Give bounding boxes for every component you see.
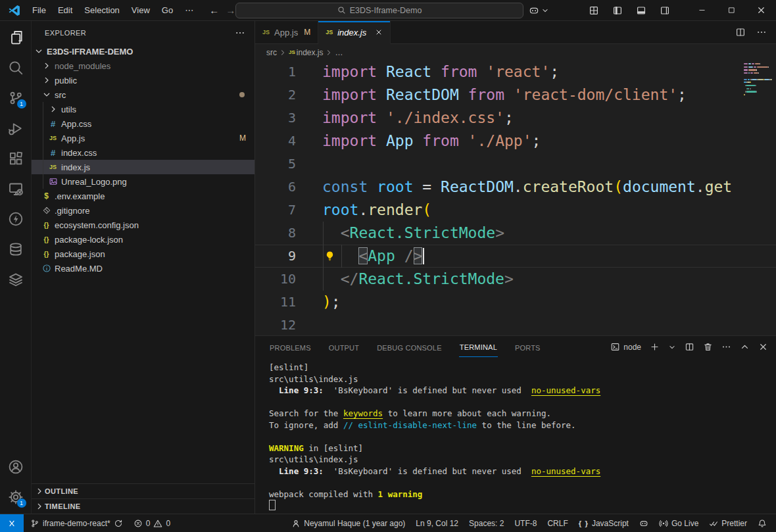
terminal-instance-label[interactable]: node xyxy=(610,342,641,352)
forward-arrow-icon[interactable]: → xyxy=(226,5,235,16)
toggle-secondary-sidebar-button[interactable] xyxy=(660,5,670,16)
panel-more-actions[interactable] xyxy=(721,342,731,352)
command-center-search[interactable]: E3DS-Iframe-Demo xyxy=(235,3,523,18)
toggle-panel-button[interactable] xyxy=(636,5,646,16)
panel-tab-problems[interactable]: PROBLEMS xyxy=(269,337,312,357)
tree-item-ecosystem-config-json[interactable]: {}ecosystem.config.json xyxy=(32,218,255,232)
minimize-button[interactable] xyxy=(687,0,717,21)
tab-index-js[interactable]: JSindex.js xyxy=(318,21,391,44)
code-line-2[interactable]: 2import ReactDOM from 'react-dom/client'… xyxy=(255,84,776,107)
split-editor-button[interactable] xyxy=(735,27,746,37)
code-line-9[interactable]: 9 <App /> xyxy=(255,245,776,268)
menu-item-file[interactable]: File xyxy=(27,3,51,17)
tree-item-app-js[interactable]: JSApp.jsM xyxy=(32,131,255,145)
kill-terminal-button[interactable] xyxy=(703,342,713,352)
split-terminal-button[interactable] xyxy=(685,342,694,352)
status-indentation[interactable]: Spaces: 2 xyxy=(464,514,509,532)
menu-item-selection[interactable]: Selection xyxy=(79,3,124,17)
activity-source-control[interactable]: 1 xyxy=(0,83,32,113)
close-panel-button[interactable] xyxy=(758,342,768,352)
code-line-1[interactable]: 1import React from 'react'; xyxy=(255,60,776,84)
breadcrumb-item[interactable]: … xyxy=(335,48,343,57)
terminal-launch-select[interactable] xyxy=(668,343,676,351)
sidebar-section-timeline[interactable]: TIMELINE xyxy=(32,498,255,514)
status-notifications[interactable] xyxy=(752,514,772,532)
close-window-button[interactable] xyxy=(746,0,776,21)
tab-app-js[interactable]: JSApp.jsM xyxy=(255,21,318,43)
tree-item-readme-md[interactable]: ReadMe.MD xyxy=(32,261,255,276)
status-git-branch[interactable]: iframe-demo-react* xyxy=(25,514,128,532)
code-line-6[interactable]: 6const root = ReactDOM.createRoot(docume… xyxy=(255,176,776,199)
maximize-button[interactable] xyxy=(717,0,746,21)
tree-item-package-json[interactable]: {}package.json xyxy=(32,247,255,261)
terminal-text[interactable]: no-unused-vars xyxy=(531,466,600,476)
breadcrumb-item[interactable]: JSindex.js xyxy=(289,48,323,57)
panel-tab-ports[interactable]: PORTS xyxy=(514,337,541,357)
lightbulb-icon[interactable] xyxy=(324,251,335,262)
breadcrumb-item[interactable]: src xyxy=(266,48,277,57)
activity-settings[interactable]: 1 xyxy=(0,482,32,512)
code-line-7[interactable]: 7root.render( xyxy=(255,199,776,222)
maximize-panel-button[interactable] xyxy=(740,342,750,352)
tree-item-public[interactable]: public xyxy=(32,73,255,87)
status-copilot-status[interactable] xyxy=(634,514,654,532)
activity-layers[interactable] xyxy=(0,264,32,295)
status-problems[interactable]: 00 xyxy=(128,514,176,532)
tree-item-app-css[interactable]: #App.css xyxy=(32,116,255,131)
copilot-menu[interactable] xyxy=(529,5,549,16)
explorer-more-actions[interactable] xyxy=(235,28,245,38)
activity-thunder-client[interactable] xyxy=(0,204,32,234)
tree-item-utils[interactable]: utils xyxy=(32,102,255,116)
menu-item-more[interactable]: ⋯ xyxy=(180,3,199,17)
activity-extensions[interactable] xyxy=(0,143,32,174)
code-editor[interactable]: 1import React from 'react';2import React… xyxy=(255,60,776,335)
panel-tab-output[interactable]: OUTPUT xyxy=(328,337,360,357)
panel-tab-terminal[interactable]: TERMINAL xyxy=(459,337,498,357)
activity-explorer[interactable] xyxy=(0,22,32,53)
terminal-output[interactable]: [eslint]src\utils\index.js Line 9:3: 'Bs… xyxy=(255,358,776,514)
code-line-12[interactable]: 12 xyxy=(255,314,776,335)
back-arrow-icon[interactable]: ← xyxy=(209,5,219,16)
panel-tab-debug-console[interactable]: DEBUG CONSOLE xyxy=(376,337,443,357)
toggle-primary-sidebar-button[interactable] xyxy=(612,5,623,16)
code-line-10[interactable]: 10 </React.StrictMode> xyxy=(255,268,776,291)
code-line-5[interactable]: 5 xyxy=(255,153,776,176)
code-line-3[interactable]: 3import './index.css'; xyxy=(255,107,776,130)
activity-database[interactable] xyxy=(0,234,32,264)
activity-remote-explorer[interactable] xyxy=(0,174,32,204)
code-line-4[interactable]: 4import App from './App'; xyxy=(255,130,776,153)
code-line-8[interactable]: 8 <React.StrictMode> xyxy=(255,222,776,245)
status-prettier[interactable]: Prettier xyxy=(704,514,752,532)
activity-accounts[interactable] xyxy=(0,452,32,482)
minimap[interactable] xyxy=(742,62,774,109)
customize-layout-button[interactable] xyxy=(589,5,599,16)
terminal-text[interactable]: no-unused-vars xyxy=(531,385,600,395)
tree-item-index-js[interactable]: JSindex.js xyxy=(32,160,255,174)
sidebar-section-outline[interactable]: OUTLINE xyxy=(32,483,255,498)
activity-run-debug[interactable] xyxy=(0,113,32,143)
status-encoding[interactable]: UTF-8 xyxy=(509,514,542,532)
status-remote-indicator[interactable] xyxy=(0,514,24,532)
tree-item--gitignore[interactable]: .gitignore xyxy=(32,203,255,218)
terminal-text[interactable]: keywords xyxy=(343,408,383,418)
tree-item-src[interactable]: src xyxy=(32,87,255,102)
code-line-11[interactable]: 11); xyxy=(255,291,776,314)
tree-item-package-lock-json[interactable]: {}package-lock.json xyxy=(32,232,255,247)
status-go-live[interactable]: Go Live xyxy=(654,514,704,532)
menu-item-view[interactable]: View xyxy=(126,3,155,17)
tree-item-index-css[interactable]: #index.css xyxy=(32,145,255,160)
editor-more-actions[interactable] xyxy=(756,27,767,37)
status-language-mode[interactable]: { }JavaScript xyxy=(573,514,634,532)
status-git-blame[interactable]: Neyamul Haque (1 year ago) xyxy=(286,514,410,532)
tree-item--env-example[interactable]: $.env.example xyxy=(32,189,255,203)
tree-item-unreal-logo-png[interactable]: Unreal_Logo.png xyxy=(32,174,255,189)
activity-search[interactable] xyxy=(0,53,32,83)
tree-item-node-modules[interactable]: node_modules xyxy=(32,59,255,73)
status-cursor-position[interactable]: Ln 9, Col 12 xyxy=(410,514,464,532)
status-eol[interactable]: CRLF xyxy=(542,514,573,532)
tree-root-folder[interactable]: E3DS-IFRAME-DEMO xyxy=(32,44,255,59)
menu-item-go[interactable]: Go xyxy=(157,3,178,17)
tab-close-icon[interactable] xyxy=(375,28,383,36)
menu-item-edit[interactable]: Edit xyxy=(53,3,78,17)
new-terminal-button[interactable] xyxy=(650,342,660,352)
